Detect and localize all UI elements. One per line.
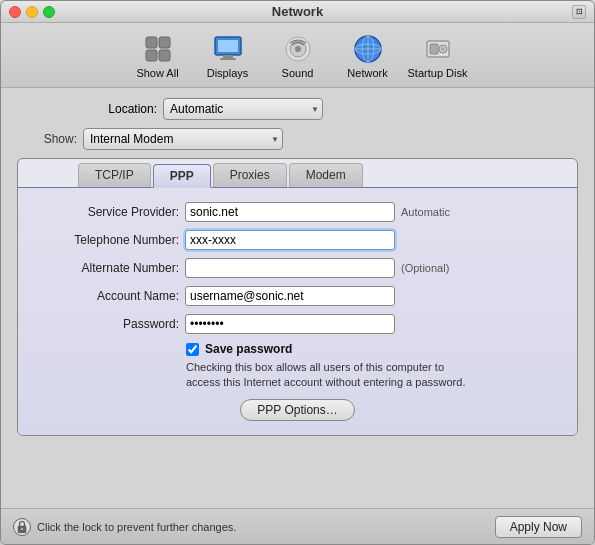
disk-icon	[422, 33, 454, 65]
apply-now-button[interactable]: Apply Now	[495, 516, 582, 538]
alternate-number-label: Alternate Number:	[34, 261, 179, 275]
location-select[interactable]: Automatic Home Work	[163, 98, 323, 120]
toolbar-item-sound[interactable]: Sound	[263, 31, 333, 81]
save-password-description: Checking this box allows all users of th…	[186, 360, 516, 391]
globe-icon	[352, 33, 384, 65]
telephone-number-input[interactable]	[185, 230, 395, 250]
tab-tcpip[interactable]: TCP/IP	[78, 163, 151, 187]
svg-rect-7	[220, 58, 236, 60]
ppp-options-button[interactable]: PPP Options…	[240, 399, 354, 421]
speaker-icon	[282, 33, 314, 65]
tab-ppp[interactable]: PPP	[153, 164, 211, 188]
show-select-wrapper: Internal Modem Built-in Ethernet Airport	[83, 128, 283, 150]
tab-proxies[interactable]: Proxies	[213, 163, 287, 187]
svg-rect-2	[146, 50, 157, 61]
show-select[interactable]: Internal Modem Built-in Ethernet Airport	[83, 128, 283, 150]
svg-point-10	[295, 46, 301, 52]
toolbar-label-sound: Sound	[282, 67, 314, 79]
titlebar: Network ⊡	[1, 1, 594, 23]
svg-point-19	[441, 47, 445, 51]
toolbar-label-show-all: Show All	[136, 67, 178, 79]
bottom-bar: Click the lock to prevent further change…	[1, 508, 594, 544]
tabs-container: TCP/IP PPP Proxies Modem Service Provide…	[17, 158, 578, 436]
toolbar-item-startup-disk[interactable]: Startup Disk	[403, 31, 473, 81]
toolbar-label-network: Network	[347, 67, 387, 79]
save-password-label[interactable]: Save password	[205, 342, 292, 356]
password-row: Password:	[34, 314, 561, 334]
close-button[interactable]	[9, 6, 21, 18]
toolbar: Show All Displays	[1, 23, 594, 88]
toolbar-label-startup-disk: Startup Disk	[408, 67, 468, 79]
lock-area: Click the lock to prevent further change…	[13, 518, 236, 536]
toolbar-label-displays: Displays	[207, 67, 249, 79]
telephone-number-label: Telephone Number:	[34, 233, 179, 247]
save-password-checkbox[interactable]	[186, 343, 199, 356]
password-label: Password:	[34, 317, 179, 331]
grid-icon	[142, 33, 174, 65]
telephone-number-row: Telephone Number:	[34, 230, 561, 250]
window-title: Network	[272, 4, 323, 19]
content-area: Location: Automatic Home Work Show: Inte…	[1, 88, 594, 508]
password-input[interactable]	[185, 314, 395, 334]
svg-rect-1	[159, 37, 170, 48]
location-select-wrapper: Automatic Home Work	[163, 98, 323, 120]
service-provider-input[interactable]	[185, 202, 395, 222]
minimize-button[interactable]	[26, 6, 38, 18]
zoom-button[interactable]	[43, 6, 55, 18]
traffic-lights	[9, 6, 55, 18]
svg-rect-17	[430, 44, 438, 54]
show-label: Show:	[17, 132, 77, 146]
svg-rect-5	[218, 40, 238, 52]
toolbar-item-show-all[interactable]: Show All	[123, 31, 193, 81]
service-provider-row: Service Provider: Automatic	[34, 202, 561, 222]
location-row: Location: Automatic Home Work	[17, 98, 578, 120]
location-label: Location:	[17, 102, 157, 116]
resize-button[interactable]: ⊡	[572, 5, 586, 19]
alternate-number-input[interactable]	[185, 258, 395, 278]
service-provider-optional: Automatic	[401, 206, 450, 218]
toolbar-item-network[interactable]: Network	[333, 31, 403, 81]
monitor-icon	[212, 33, 244, 65]
ppp-options-container: PPP Options…	[34, 399, 561, 421]
svg-point-21	[21, 528, 23, 530]
tabs-header: TCP/IP PPP Proxies Modem	[18, 159, 577, 187]
toolbar-item-displays[interactable]: Displays	[193, 31, 263, 81]
account-name-row: Account Name:	[34, 286, 561, 306]
svg-rect-6	[223, 55, 233, 58]
account-name-input[interactable]	[185, 286, 395, 306]
alternate-number-row: Alternate Number: (Optional)	[34, 258, 561, 278]
lock-icon[interactable]	[13, 518, 31, 536]
alternate-number-optional: (Optional)	[401, 262, 449, 274]
tab-modem[interactable]: Modem	[289, 163, 363, 187]
save-password-row: Save password	[186, 342, 561, 356]
lock-text: Click the lock to prevent further change…	[37, 521, 236, 533]
account-name-label: Account Name:	[34, 289, 179, 303]
service-provider-label: Service Provider:	[34, 205, 179, 219]
main-window: Network ⊡ Show All	[0, 0, 595, 545]
show-row: Show: Internal Modem Built-in Ethernet A…	[17, 128, 578, 150]
svg-rect-0	[146, 37, 157, 48]
svg-rect-3	[159, 50, 170, 61]
tabs-body: Service Provider: Automatic Telephone Nu…	[18, 187, 577, 435]
